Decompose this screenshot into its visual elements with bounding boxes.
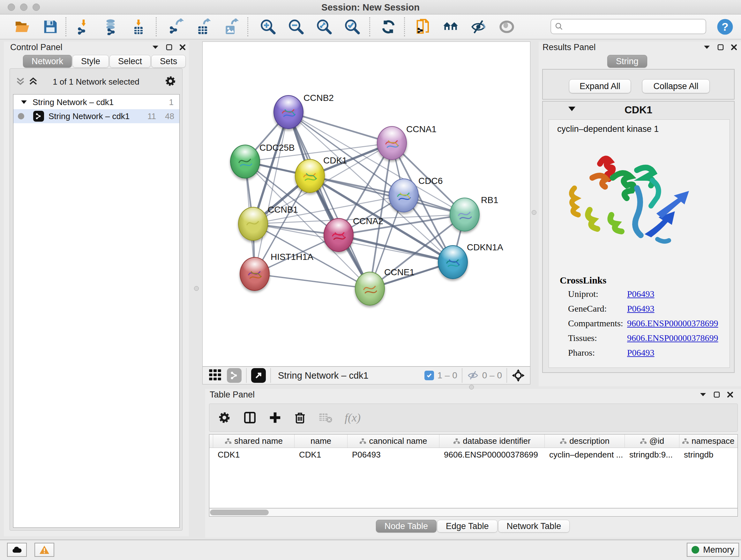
net-toolbar-separator [270, 368, 271, 383]
column-header-namespace[interactable]: namespace [679, 435, 738, 448]
float-panel-icon[interactable] [166, 44, 172, 51]
crosslink-link[interactable]: P06493 [627, 304, 655, 314]
export-image-icon[interactable] [221, 18, 239, 36]
network-share-icon[interactable] [227, 368, 242, 383]
function-builder-icon[interactable]: f(x) [345, 411, 360, 424]
tab-select[interactable]: Select [110, 55, 151, 68]
bottom-splitter-handle[interactable] [469, 385, 474, 389]
table-gear-icon[interactable] [218, 411, 231, 424]
import-table-icon[interactable] [130, 18, 147, 36]
toolbar-search [550, 19, 706, 34]
zoom-selected-icon[interactable] [343, 18, 361, 36]
panel-menu-icon[interactable] [152, 45, 159, 50]
network-node-CCNE1[interactable] [355, 272, 385, 306]
hidden-eye-icon[interactable] [467, 370, 479, 381]
crosslink-link[interactable]: 9606.ENSP00000378699 [627, 318, 718, 328]
crosslink-link[interactable]: 9606.ENSP00000378699 [627, 333, 718, 343]
add-column-icon[interactable] [269, 411, 281, 424]
birds-eye-view-icon[interactable] [251, 368, 266, 383]
memory-button[interactable]: Memory [687, 543, 739, 557]
refresh-icon[interactable] [380, 18, 397, 36]
expand-all-button[interactable]: Expand All [569, 79, 631, 93]
cloud-button[interactable] [7, 543, 27, 557]
network-edge-count: 48 [165, 111, 174, 121]
network-node-CCNA2[interactable] [324, 218, 354, 252]
tab-style[interactable]: Style [72, 55, 109, 68]
close-panel-icon[interactable] [731, 44, 737, 51]
network-options-gear-icon[interactable] [164, 75, 177, 87]
search-input[interactable] [564, 22, 698, 32]
delete-column-icon[interactable] [293, 411, 307, 424]
collapse-all-button[interactable]: Collapse All [642, 79, 710, 93]
zoom-fit-icon[interactable] [315, 18, 333, 36]
network-node-CCNA1[interactable] [377, 126, 407, 160]
scrollbar-thumb[interactable] [210, 509, 269, 515]
show-columns-icon[interactable] [243, 411, 257, 424]
network-node-CCNB1[interactable] [238, 207, 268, 241]
column-header-canonical-name[interactable]: canonical name [347, 435, 440, 448]
close-panel-icon[interactable] [727, 391, 733, 398]
network-node-CDC6[interactable] [389, 179, 419, 212]
net-toolbar-separator [462, 368, 462, 383]
network-collection-row[interactable]: String Network – cdk1 1 [13, 95, 179, 109]
network-edge-HIST1H1A-CCNE1[interactable] [255, 274, 370, 289]
network-node-CDK1[interactable] [295, 159, 325, 193]
column-header-shared-name[interactable]: shared name [213, 435, 294, 448]
float-panel-icon[interactable] [714, 391, 720, 398]
float-panel-icon[interactable] [718, 44, 724, 51]
export-table-icon[interactable] [194, 18, 212, 36]
network-node-HIST1H1A[interactable] [240, 257, 270, 291]
warnings-button[interactable] [35, 543, 54, 557]
network-edge-CCNA1-CCNE1[interactable] [370, 143, 392, 289]
right-splitter-handle[interactable] [532, 210, 536, 215]
crosslink-link[interactable]: P06493 [627, 348, 655, 358]
column-header-name[interactable]: name [294, 435, 347, 448]
tab-network-table[interactable]: Network Table [498, 520, 570, 533]
import-network-icon[interactable] [75, 18, 92, 36]
tab-string[interactable]: String [607, 55, 647, 68]
hide-unhide-icon[interactable] [469, 18, 487, 36]
network-node-CDC25B[interactable] [230, 145, 260, 179]
selected-checkbox-icon[interactable] [424, 371, 434, 380]
collection-expand-icon[interactable] [21, 100, 27, 104]
table-horizontal-scrollbar[interactable] [209, 508, 738, 516]
protein-thumbnail-icon [279, 102, 299, 122]
close-panel-icon[interactable] [179, 44, 186, 51]
panel-menu-icon[interactable] [699, 392, 706, 397]
zoom-out-icon[interactable] [287, 18, 305, 36]
network-node-CDKN1A[interactable] [438, 245, 468, 279]
left-splitter-handle[interactable] [194, 286, 199, 291]
network-edge-CCNB2-CCNE1[interactable] [288, 112, 370, 289]
column-header-id[interactable]: @id [625, 435, 679, 448]
help-icon[interactable]: ? [716, 18, 734, 36]
crosslink-link[interactable]: P06493 [627, 289, 655, 299]
network-node-RB1[interactable] [450, 198, 480, 232]
tab-sets[interactable]: Sets [151, 55, 186, 68]
tab-network[interactable]: Network [23, 55, 72, 68]
network-edge-CCNB2-HIST1H1A[interactable] [255, 112, 288, 274]
network-edge-CCNB2-CCNA1[interactable] [288, 112, 392, 143]
tab-node-table[interactable]: Node Table [376, 520, 436, 533]
network-node-CCNB2[interactable] [273, 95, 304, 129]
grid-view-icon[interactable] [208, 368, 222, 383]
export-network-icon[interactable] [166, 18, 185, 36]
open-session-icon[interactable] [13, 18, 31, 36]
file-share-icon[interactable] [414, 18, 431, 36]
zoom-in-icon[interactable] [259, 18, 277, 36]
network-canvas[interactable]: CCNB2CCNA1CDC25BCDK1CDC6RB1CCNB1CCNA2CDK… [202, 42, 530, 367]
results-panel-title: Results Panel [542, 43, 596, 52]
fit-selected-crosshair-icon[interactable] [512, 369, 525, 382]
column-header-database-identifier[interactable]: database identifier [440, 435, 545, 448]
toolbar-separator [369, 17, 370, 37]
table-row[interactable]: CDK1 CDK1 P06493 9606.ENSP00000378699 cy… [209, 448, 738, 462]
import-database-icon[interactable] [102, 18, 120, 36]
node-label-CCNB2: CCNB2 [304, 93, 334, 103]
save-session-icon[interactable] [42, 18, 59, 36]
tab-edge-table[interactable]: Edge Table [437, 520, 497, 533]
delete-table-icon[interactable] [319, 411, 333, 424]
column-header-description[interactable]: description [545, 435, 625, 448]
network-row-selected[interactable]: String Network – cdk1 11 48 [13, 109, 179, 123]
home-network-icon[interactable] [442, 18, 460, 36]
panel-menu-icon[interactable] [703, 45, 711, 50]
show-graphics-icon[interactable] [498, 18, 516, 36]
